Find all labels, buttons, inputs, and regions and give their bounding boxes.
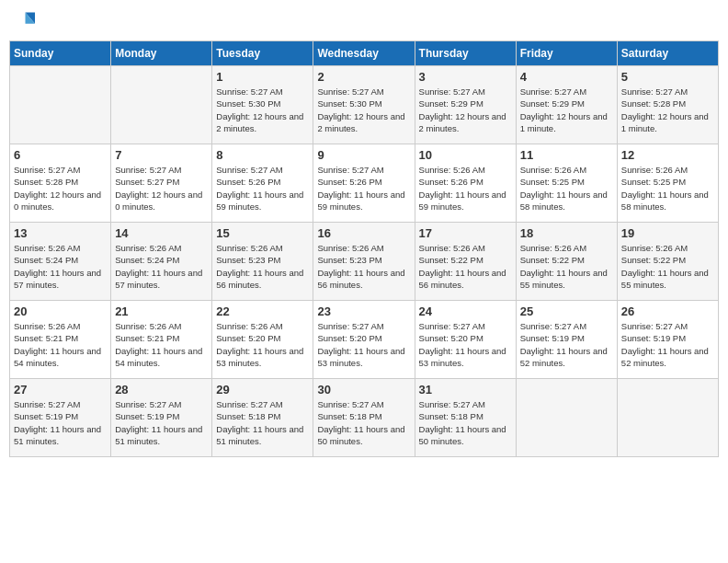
day-info: Sunrise: 5:26 AM Sunset: 5:22 PM Dayligh… bbox=[419, 242, 512, 291]
calendar-day-cell: 16Sunrise: 5:26 AM Sunset: 5:23 PM Dayli… bbox=[313, 223, 415, 301]
calendar-table: SundayMondayTuesdayWednesdayThursdayFrid… bbox=[9, 40, 719, 457]
calendar-day-cell: 19Sunrise: 5:26 AM Sunset: 5:22 PM Dayli… bbox=[617, 223, 718, 301]
calendar-body: 1Sunrise: 5:27 AM Sunset: 5:30 PM Daylig… bbox=[10, 66, 719, 457]
calendar-day-cell: 10Sunrise: 5:26 AM Sunset: 5:26 PM Dayli… bbox=[415, 144, 516, 223]
day-number: 28 bbox=[115, 383, 208, 396]
day-info: Sunrise: 5:27 AM Sunset: 5:30 PM Dayligh… bbox=[216, 86, 309, 134]
day-number: 16 bbox=[317, 226, 410, 240]
calendar-day-cell bbox=[516, 379, 617, 457]
day-number: 25 bbox=[520, 304, 613, 318]
weekday-header: Friday bbox=[516, 41, 617, 66]
day-info: Sunrise: 5:27 AM Sunset: 5:19 PM Dayligh… bbox=[621, 320, 714, 369]
day-info: Sunrise: 5:26 AM Sunset: 5:21 PM Dayligh… bbox=[115, 320, 208, 369]
calendar-day-cell: 14Sunrise: 5:26 AM Sunset: 5:24 PM Dayli… bbox=[111, 223, 212, 301]
day-number: 8 bbox=[216, 148, 309, 162]
calendar-day-cell: 6Sunrise: 5:27 AM Sunset: 5:28 PM Daylig… bbox=[10, 144, 111, 223]
day-info: Sunrise: 5:26 AM Sunset: 5:22 PM Dayligh… bbox=[520, 242, 613, 291]
weekday-header: Tuesday bbox=[212, 41, 313, 66]
calendar-week-row: 1Sunrise: 5:27 AM Sunset: 5:30 PM Daylig… bbox=[10, 66, 719, 144]
calendar-day-cell: 18Sunrise: 5:26 AM Sunset: 5:22 PM Dayli… bbox=[516, 223, 617, 301]
calendar-day-cell: 17Sunrise: 5:26 AM Sunset: 5:22 PM Dayli… bbox=[415, 223, 516, 301]
weekday-header: Wednesday bbox=[313, 41, 415, 66]
day-number: 17 bbox=[419, 226, 512, 240]
day-number: 14 bbox=[115, 226, 208, 240]
calendar-day-cell bbox=[10, 66, 111, 144]
day-number: 31 bbox=[419, 383, 512, 396]
day-number: 12 bbox=[621, 148, 714, 162]
day-number: 20 bbox=[14, 304, 107, 318]
day-info: Sunrise: 5:27 AM Sunset: 5:28 PM Dayligh… bbox=[621, 86, 714, 134]
day-number: 18 bbox=[520, 226, 613, 240]
day-number: 15 bbox=[216, 226, 309, 240]
calendar-day-cell: 7Sunrise: 5:27 AM Sunset: 5:27 PM Daylig… bbox=[111, 144, 212, 223]
calendar-day-cell: 13Sunrise: 5:26 AM Sunset: 5:24 PM Dayli… bbox=[10, 223, 111, 301]
calendar-day-cell: 24Sunrise: 5:27 AM Sunset: 5:20 PM Dayli… bbox=[415, 301, 516, 379]
day-number: 2 bbox=[317, 70, 410, 84]
day-info: Sunrise: 5:27 AM Sunset: 5:20 PM Dayligh… bbox=[419, 320, 512, 369]
logo bbox=[9, 9, 39, 35]
weekday-header: Monday bbox=[111, 41, 212, 66]
day-info: Sunrise: 5:27 AM Sunset: 5:19 PM Dayligh… bbox=[115, 398, 208, 447]
calendar-day-cell: 30Sunrise: 5:27 AM Sunset: 5:18 PM Dayli… bbox=[313, 379, 415, 457]
calendar-day-cell: 11Sunrise: 5:26 AM Sunset: 5:25 PM Dayli… bbox=[516, 144, 617, 223]
calendar-week-row: 20Sunrise: 5:26 AM Sunset: 5:21 PM Dayli… bbox=[10, 301, 719, 379]
day-number: 29 bbox=[216, 383, 309, 396]
day-number: 7 bbox=[115, 148, 208, 162]
calendar-day-cell: 31Sunrise: 5:27 AM Sunset: 5:18 PM Dayli… bbox=[415, 379, 516, 457]
day-info: Sunrise: 5:27 AM Sunset: 5:18 PM Dayligh… bbox=[216, 398, 309, 447]
calendar-day-cell: 1Sunrise: 5:27 AM Sunset: 5:30 PM Daylig… bbox=[212, 66, 313, 144]
calendar-day-cell: 26Sunrise: 5:27 AM Sunset: 5:19 PM Dayli… bbox=[617, 301, 718, 379]
day-info: Sunrise: 5:26 AM Sunset: 5:25 PM Dayligh… bbox=[621, 164, 714, 213]
calendar-day-cell: 27Sunrise: 5:27 AM Sunset: 5:19 PM Dayli… bbox=[10, 379, 111, 457]
day-info: Sunrise: 5:27 AM Sunset: 5:18 PM Dayligh… bbox=[317, 398, 410, 447]
day-number: 11 bbox=[520, 148, 613, 162]
day-number: 19 bbox=[621, 226, 714, 240]
calendar-week-row: 13Sunrise: 5:26 AM Sunset: 5:24 PM Dayli… bbox=[10, 223, 719, 301]
day-number: 24 bbox=[419, 304, 512, 318]
calendar-day-cell: 2Sunrise: 5:27 AM Sunset: 5:30 PM Daylig… bbox=[313, 66, 415, 144]
calendar-day-cell: 29Sunrise: 5:27 AM Sunset: 5:18 PM Dayli… bbox=[212, 379, 313, 457]
logo-icon bbox=[9, 9, 35, 35]
day-number: 4 bbox=[520, 70, 613, 84]
calendar-day-cell: 9Sunrise: 5:27 AM Sunset: 5:26 PM Daylig… bbox=[313, 144, 415, 223]
calendar-day-cell: 12Sunrise: 5:26 AM Sunset: 5:25 PM Dayli… bbox=[617, 144, 718, 223]
day-number: 22 bbox=[216, 304, 309, 318]
day-info: Sunrise: 5:27 AM Sunset: 5:19 PM Dayligh… bbox=[520, 320, 613, 369]
day-number: 26 bbox=[621, 304, 714, 318]
day-info: Sunrise: 5:27 AM Sunset: 5:20 PM Dayligh… bbox=[317, 320, 410, 369]
calendar-week-row: 6Sunrise: 5:27 AM Sunset: 5:28 PM Daylig… bbox=[10, 144, 719, 223]
weekday-header: Saturday bbox=[617, 41, 718, 66]
day-info: Sunrise: 5:26 AM Sunset: 5:21 PM Dayligh… bbox=[14, 320, 107, 369]
calendar-day-cell: 20Sunrise: 5:26 AM Sunset: 5:21 PM Dayli… bbox=[10, 301, 111, 379]
day-info: Sunrise: 5:27 AM Sunset: 5:26 PM Dayligh… bbox=[216, 164, 309, 213]
day-info: Sunrise: 5:27 AM Sunset: 5:27 PM Dayligh… bbox=[115, 164, 208, 213]
day-info: Sunrise: 5:27 AM Sunset: 5:30 PM Dayligh… bbox=[317, 86, 410, 134]
day-number: 23 bbox=[317, 304, 410, 318]
calendar-day-cell: 28Sunrise: 5:27 AM Sunset: 5:19 PM Dayli… bbox=[111, 379, 212, 457]
day-info: Sunrise: 5:27 AM Sunset: 5:29 PM Dayligh… bbox=[419, 86, 512, 134]
day-info: Sunrise: 5:26 AM Sunset: 5:24 PM Dayligh… bbox=[14, 242, 107, 291]
weekday-header: Sunday bbox=[10, 41, 111, 66]
day-number: 1 bbox=[216, 70, 309, 84]
calendar-day-cell: 5Sunrise: 5:27 AM Sunset: 5:28 PM Daylig… bbox=[617, 66, 718, 144]
day-info: Sunrise: 5:26 AM Sunset: 5:23 PM Dayligh… bbox=[216, 242, 309, 291]
day-number: 3 bbox=[419, 70, 512, 84]
day-number: 21 bbox=[115, 304, 208, 318]
calendar-day-cell: 21Sunrise: 5:26 AM Sunset: 5:21 PM Dayli… bbox=[111, 301, 212, 379]
day-info: Sunrise: 5:27 AM Sunset: 5:28 PM Dayligh… bbox=[14, 164, 107, 213]
weekday-header: Thursday bbox=[415, 41, 516, 66]
day-info: Sunrise: 5:27 AM Sunset: 5:19 PM Dayligh… bbox=[14, 398, 107, 447]
day-number: 27 bbox=[14, 383, 107, 396]
calendar-header-row: SundayMondayTuesdayWednesdayThursdayFrid… bbox=[10, 41, 719, 66]
day-number: 30 bbox=[317, 383, 410, 396]
day-info: Sunrise: 5:26 AM Sunset: 5:24 PM Dayligh… bbox=[115, 242, 208, 291]
calendar-day-cell bbox=[617, 379, 718, 457]
day-info: Sunrise: 5:26 AM Sunset: 5:26 PM Dayligh… bbox=[419, 164, 512, 213]
calendar-day-cell: 22Sunrise: 5:26 AM Sunset: 5:20 PM Dayli… bbox=[212, 301, 313, 379]
day-info: Sunrise: 5:26 AM Sunset: 5:22 PM Dayligh… bbox=[621, 242, 714, 291]
calendar-day-cell: 8Sunrise: 5:27 AM Sunset: 5:26 PM Daylig… bbox=[212, 144, 313, 223]
day-info: Sunrise: 5:27 AM Sunset: 5:26 PM Dayligh… bbox=[317, 164, 410, 213]
day-number: 5 bbox=[621, 70, 714, 84]
calendar-day-cell: 15Sunrise: 5:26 AM Sunset: 5:23 PM Dayli… bbox=[212, 223, 313, 301]
page-header bbox=[9, 9, 719, 35]
